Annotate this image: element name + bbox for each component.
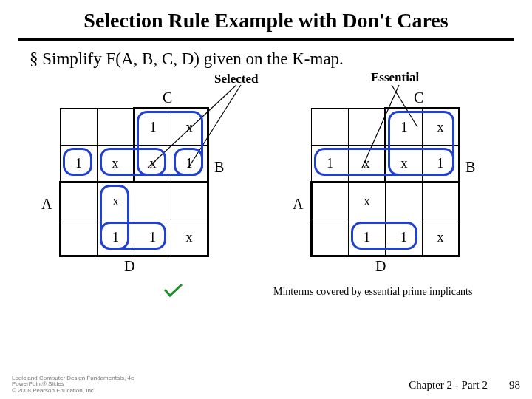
footer-l3: © 2008 Pearson Education, Inc. xyxy=(12,388,134,395)
loop-left-4 xyxy=(63,148,92,176)
page-title: Selection Rule Example with Don't Cares xyxy=(0,0,532,35)
var-b-right: B xyxy=(466,159,475,176)
var-d-right: D xyxy=(375,258,386,275)
bullet-text: Simplify F(A, B, C, D) given on the K-ma… xyxy=(0,48,532,72)
cell-r-2-0 xyxy=(312,183,349,219)
var-c-left: C xyxy=(163,89,172,106)
cell-l-0-0 xyxy=(61,109,98,146)
var-b-left: B xyxy=(214,159,224,176)
checkmark-icon xyxy=(163,282,185,300)
chapter-label: Chapter 2 - Part 2 xyxy=(409,379,488,392)
cell-r-2-1: x xyxy=(349,183,386,219)
kmap-left: 1 x 1 x x 1 x 1 1 x C A B xyxy=(59,107,207,255)
cell-l-2-2 xyxy=(134,183,171,219)
cell-r-3-0 xyxy=(312,219,349,256)
loop-right-3 xyxy=(351,222,417,250)
cell-l-2-3 xyxy=(171,183,208,219)
footer-credits: Logic and Computer Design Fundamentals, … xyxy=(12,375,134,395)
var-a-right: A xyxy=(293,196,303,213)
loop-left-3 xyxy=(174,148,203,176)
cell-l-3-3: x xyxy=(171,219,208,256)
var-d-left: D xyxy=(124,258,134,275)
cell-l-0-1 xyxy=(98,109,134,146)
loop-left-6 xyxy=(100,222,166,250)
cell-r-2-2 xyxy=(386,183,423,219)
cell-r-2-3 xyxy=(423,183,460,219)
var-c-right: C xyxy=(414,89,423,106)
title-rule xyxy=(18,38,514,41)
kmap-right: 1 x 1 x x 1 x 1 1 x C A B xyxy=(310,107,458,255)
page-number: 98 xyxy=(509,379,520,392)
figure-area: Selected Essential 1 x 1 x x 1 x xyxy=(0,72,532,345)
cell-r-0-0 xyxy=(312,109,349,146)
cell-r-3-3: x xyxy=(423,219,460,256)
var-a-left: A xyxy=(41,196,52,213)
loop-right-2 xyxy=(314,148,454,176)
cell-l-2-0 xyxy=(61,183,98,219)
minterms-caption: Minterms covered by essential prime impl… xyxy=(273,286,472,298)
cell-r-0-1 xyxy=(349,109,386,146)
cell-l-3-0 xyxy=(61,219,98,256)
